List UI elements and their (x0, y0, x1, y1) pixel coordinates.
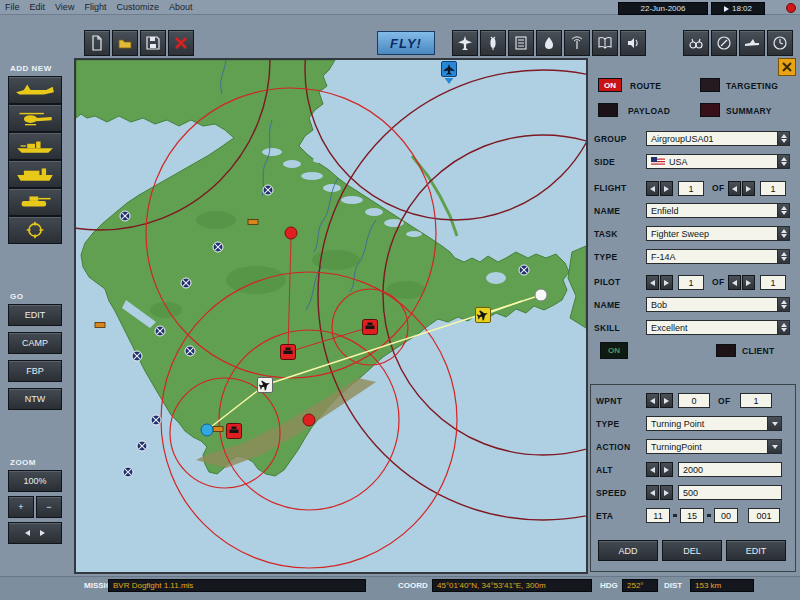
toolbar-weapons-button[interactable] (480, 30, 506, 56)
toolbar-radio-button[interactable] (564, 30, 590, 56)
alt-field[interactable]: 2000 (678, 462, 782, 477)
close-panel-button[interactable] (778, 58, 796, 76)
convoy-marker[interactable] (95, 323, 105, 328)
convoy-marker[interactable] (248, 220, 258, 225)
pilot-number-field[interactable]: 1 (678, 275, 704, 290)
name-field[interactable]: Enfield (646, 203, 790, 218)
add-ship-button[interactable] (8, 132, 62, 160)
pilot-total-field[interactable]: 1 (760, 275, 786, 290)
fly-button[interactable]: FLY! (377, 31, 435, 55)
wp-type-dropdown[interactable] (767, 417, 781, 430)
zoom-level-button[interactable]: 100% (8, 470, 62, 492)
task-spinner[interactable] (777, 227, 789, 240)
route-toggle[interactable]: ON (598, 78, 622, 92)
alt-up-button[interactable] (660, 462, 673, 477)
pilot-next-button[interactable] (660, 275, 673, 290)
time-options-button[interactable] (767, 30, 793, 56)
waypoint-edit-button[interactable]: EDIT (726, 540, 786, 561)
flight-total-prev-button[interactable] (728, 181, 741, 196)
skill-spinner[interactable] (777, 321, 789, 334)
menu-file[interactable]: File (5, 2, 20, 12)
wpnt-prev-button[interactable] (646, 393, 659, 408)
wp-action-field[interactable]: TurningPoint (646, 439, 782, 454)
add-cargo-ship-button[interactable] (8, 160, 62, 188)
wpnt-next-button[interactable] (660, 393, 673, 408)
side-spinner[interactable] (777, 155, 789, 168)
go-ntw-button[interactable]: NTW (8, 388, 62, 410)
eta-minutes-field[interactable]: 15 (680, 508, 704, 523)
pilot-name-spinner[interactable] (777, 298, 789, 311)
toolbar-sound-button[interactable] (620, 30, 646, 56)
flight-total-next-button[interactable] (742, 181, 755, 196)
enemy-ground-unit[interactable] (227, 424, 242, 439)
name-spinner[interactable] (777, 204, 789, 217)
client-toggle[interactable] (716, 344, 736, 357)
toolbar-aircraft-button[interactable] (452, 30, 478, 56)
wpnt-total-field[interactable]: 1 (740, 393, 772, 408)
add-helicopter-button[interactable] (8, 104, 62, 132)
airfield-marker[interactable] (213, 242, 223, 252)
menu-flight[interactable]: Flight (84, 2, 106, 12)
pilot-total-prev-button[interactable] (728, 275, 741, 290)
menu-customize[interactable]: Customize (116, 2, 159, 12)
airfield-marker[interactable] (263, 185, 273, 195)
unit-on-toggle[interactable]: ON (600, 342, 628, 359)
eta-hours-field[interactable]: 11 (646, 508, 670, 523)
airfield-marker[interactable] (132, 351, 142, 361)
pilot-prev-button[interactable] (646, 275, 659, 290)
enemy-flight-marker[interactable] (476, 308, 491, 323)
waypoint-marker[interactable] (535, 289, 547, 301)
menu-view[interactable]: View (55, 2, 74, 12)
enemy-sam-marker[interactable] (285, 227, 297, 239)
toolbar-fuel-button[interactable] (536, 30, 562, 56)
airfield-marker[interactable] (155, 326, 165, 336)
task-field[interactable]: Fighter Sweep (646, 226, 790, 241)
summary-toggle[interactable] (700, 103, 720, 117)
delete-button[interactable] (168, 30, 194, 56)
group-spinner[interactable] (777, 132, 789, 145)
model-view-button[interactable] (739, 30, 765, 56)
flight-total-field[interactable]: 1 (760, 181, 786, 196)
airfield-marker[interactable] (185, 346, 195, 356)
convoy-marker[interactable] (213, 427, 223, 432)
enemy-ground-unit[interactable] (281, 345, 296, 360)
view-button[interactable] (683, 30, 709, 56)
airfield-marker[interactable] (181, 278, 191, 288)
zoom-in-button[interactable]: + (8, 496, 34, 518)
airfield-marker[interactable] (151, 415, 161, 425)
add-static-object-button[interactable] (8, 216, 62, 244)
toolbar-briefing-button[interactable] (592, 30, 618, 56)
friendly-unit-marker[interactable] (201, 424, 213, 436)
speed-down-button[interactable] (646, 485, 659, 500)
open-mission-button[interactable] (112, 30, 138, 56)
wpnt-number-field[interactable]: 0 (678, 393, 710, 408)
side-field[interactable]: USA (646, 154, 790, 169)
go-edit-button[interactable]: EDIT (8, 304, 62, 326)
menu-about[interactable]: About (169, 2, 193, 12)
wp-action-dropdown[interactable] (767, 440, 781, 453)
add-aircraft-button[interactable] (8, 76, 62, 104)
airfield-marker[interactable] (519, 265, 529, 275)
new-mission-button[interactable] (84, 30, 110, 56)
pilot-name-field[interactable]: Bob (646, 297, 790, 312)
add-vehicle-button[interactable] (8, 188, 62, 216)
type-field[interactable]: F-14A (646, 249, 790, 264)
toolbar-notes-button[interactable] (508, 30, 534, 56)
go-camp-button[interactable]: CAMP (8, 332, 62, 354)
flight-number-field[interactable]: 1 (678, 181, 704, 196)
enemy-ground-unit[interactable] (363, 320, 378, 335)
targeting-toggle[interactable] (700, 78, 720, 92)
mission-map[interactable] (74, 58, 588, 574)
group-field[interactable]: AirgroupUSA01 (646, 131, 790, 146)
waypoint-del-button[interactable]: DEL (662, 540, 722, 561)
airfield-marker[interactable] (120, 211, 130, 221)
compass-button[interactable] (711, 30, 737, 56)
flight-prev-button[interactable] (646, 181, 659, 196)
airfield-marker[interactable] (123, 467, 133, 477)
type-spinner[interactable] (777, 250, 789, 263)
speed-field[interactable]: 500 (678, 485, 782, 500)
zoom-out-button[interactable]: − (36, 496, 62, 518)
speed-up-button[interactable] (660, 485, 673, 500)
selected-flight-marker[interactable] (258, 378, 273, 393)
pan-button[interactable] (8, 522, 62, 544)
